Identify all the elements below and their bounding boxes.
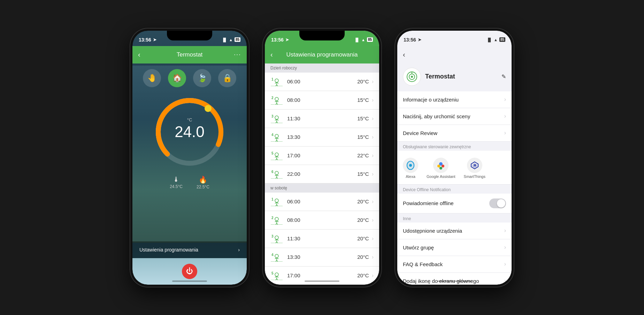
- svg-point-101: [437, 165, 440, 167]
- thermometer-icon: 🌡: [173, 175, 180, 183]
- mode-lock[interactable]: 🔒: [218, 69, 236, 87]
- mode-home[interactable]: 🏠: [168, 69, 186, 87]
- power-button[interactable]: ⏻: [182, 264, 197, 279]
- header-title-2: Ustawienia programowania: [286, 51, 358, 58]
- edit-icon[interactable]: ✎: [501, 73, 506, 80]
- svg-point-98: [409, 164, 412, 167]
- svg-text:4: 4: [271, 133, 274, 137]
- schedule-content: Dzień roboczy 1: [265, 63, 379, 285]
- chevron-faq: ›: [504, 261, 506, 267]
- schedule-time-sat-4: 13:30: [287, 254, 357, 260]
- back-button-3[interactable]: ‹: [403, 51, 405, 59]
- schedule-row-wd-3[interactable]: 3 11:30 15°C ›: [265, 110, 379, 128]
- svg-line-82: [277, 260, 278, 262]
- svg-point-37: [275, 153, 278, 156]
- schedule-row-wd-4[interactable]: 4 13:30 15°C ›: [265, 128, 379, 147]
- mode-icons-row: 🤚 🏠 🍃 🔒: [132, 69, 247, 87]
- signal-icon: ▐▌: [222, 38, 227, 42]
- thermostat-dial[interactable]: °C 24.0: [151, 93, 228, 170]
- schedule-row-wd-6[interactable]: 6 22:00 15°C ›: [265, 165, 379, 183]
- chevron-shared: ›: [504, 227, 506, 234]
- schedule-row-sat-4[interactable]: 4 13:30 20°C ›: [265, 248, 379, 267]
- home-indicator-2: [305, 280, 339, 282]
- schedule-row-wd-1[interactable]: 1 06:00 20°C ›: [265, 73, 379, 91]
- offline-notification-label: Device Offline Notification: [397, 185, 512, 194]
- chevron-sat-4: ›: [372, 254, 374, 260]
- chevron-wd-4: ›: [372, 134, 374, 140]
- mode-eco[interactable]: 🍃: [193, 69, 211, 87]
- schedule-row-sat-3[interactable]: 3 11:30 20°C ›: [265, 230, 379, 248]
- schedule-sat-icon-2: 2: [270, 215, 283, 225]
- temp-indicators: 🌡 24.5°C 🔥 22.5°C: [170, 175, 209, 189]
- schedule-bar[interactable]: Ustawienia programowania ›: [132, 241, 247, 258]
- wifi-icon: ▲: [229, 38, 233, 42]
- svg-point-3: [205, 105, 212, 112]
- schedule-temp-wd-1: 20°C: [357, 78, 369, 84]
- location-icon-2: ➤: [285, 37, 289, 42]
- chevron-review: ›: [504, 130, 506, 136]
- settings-row-scenes[interactable]: Naciśnij, aby urchomić sceny ›: [397, 108, 512, 125]
- device-header: Termostat ✎: [397, 63, 512, 91]
- chevron-wd-6: ›: [372, 171, 374, 177]
- settings-row-faq[interactable]: FAQ & Feedback ›: [397, 256, 512, 273]
- schedule-temp-sat-5: 20°C: [357, 272, 369, 278]
- chevron-add-icon: ›: [504, 278, 506, 284]
- ext-control-label: Obsługiwane sterowanie zewnętrzne: [397, 142, 512, 151]
- location-icon: ➤: [153, 37, 156, 42]
- status-icons-3: ▐▌ ▲ 85: [486, 37, 505, 42]
- schedule-row-sat-5[interactable]: 5 17:00 20°C ›: [265, 267, 379, 285]
- signal-icon-3: ▐▌: [486, 38, 492, 42]
- offline-notification-toggle[interactable]: [489, 198, 506, 208]
- schedule-icon-6: 6: [270, 169, 283, 179]
- menu-button-1[interactable]: ···: [234, 51, 241, 58]
- wifi-icon-3: ▲: [494, 38, 498, 42]
- svg-text:6: 6: [271, 170, 274, 174]
- schedule-row-wd-2[interactable]: 2 08:00 15°C ›: [265, 91, 379, 110]
- back-button-2[interactable]: ‹: [270, 51, 273, 59]
- chevron-sat-5: ›: [372, 272, 374, 279]
- schedule-bar-label: Ustawienia programowania: [139, 247, 198, 253]
- saturday-section-header: w sobotę: [265, 183, 379, 193]
- google-assistant-item[interactable]: Google Assistant: [427, 158, 455, 179]
- phone-2-schedule: 13:56 ➤ ▐▌ ▲ 85 ‹ Ustawienia programowan…: [263, 29, 381, 287]
- status-icons-1: ▐▌ ▲ 85: [222, 37, 240, 42]
- svg-line-58: [277, 205, 278, 206]
- schedule-icon-4: 4: [270, 132, 283, 142]
- svg-line-42: [277, 159, 278, 160]
- settings-row-device-info[interactable]: Informacje o urządzeniu ›: [397, 91, 512, 108]
- schedule-sat-icon-1: 1: [270, 197, 283, 207]
- chevron-wd-3: ›: [372, 115, 374, 122]
- battery-icon-2: 85: [367, 37, 373, 42]
- settings-row-review[interactable]: Device Review ›: [397, 125, 512, 142]
- settings-row-shared[interactable]: Udostępnione urządzenia ›: [397, 223, 512, 239]
- svg-line-66: [277, 223, 278, 225]
- svg-line-26: [277, 122, 278, 123]
- device-icon: [403, 68, 421, 86]
- schedule-time-wd-3: 11:30: [287, 115, 357, 121]
- temperature-display: °C 24.0: [175, 124, 205, 140]
- schedule-row-wd-5[interactable]: 5 17:00 22°C ›: [265, 147, 379, 165]
- home-indicator-3: [437, 280, 472, 282]
- google-assistant-label: Google Assistant: [427, 174, 455, 179]
- ext-icons-row: Alexa: [403, 155, 506, 180]
- schedule-row-sat-2[interactable]: 2 08:00 20°C ›: [265, 211, 379, 230]
- current-temp-value: 24.5°C: [170, 184, 183, 189]
- alexa-item[interactable]: Alexa: [403, 158, 418, 179]
- offline-notification-row[interactable]: Powiadomienie offline: [397, 194, 512, 213]
- settings-row-group[interactable]: Utwórz grupę ›: [397, 239, 512, 256]
- svg-point-85: [275, 273, 278, 276]
- back-button-1[interactable]: ‹: [138, 51, 140, 59]
- schedule-temp-sat-1: 20°C: [357, 198, 369, 204]
- mode-manual[interactable]: 🤚: [143, 69, 161, 87]
- other-section-label: Inne: [397, 213, 512, 223]
- schedule-row-sat-1[interactable]: 1 06:00 20°C ›: [265, 193, 379, 211]
- header-title-1: Termostat: [177, 51, 203, 58]
- smartthings-item[interactable]: ✳ SmartThings: [464, 158, 485, 179]
- chevron-scenes: ›: [504, 113, 506, 119]
- settings-content: Termostat ✎ Informacje o urządzeniu › Na…: [397, 63, 512, 285]
- schedule-time-wd-6: 22:00: [287, 171, 357, 177]
- chevron-sat-1: ›: [372, 198, 374, 205]
- schedule-temp-wd-4: 15°C: [357, 134, 369, 140]
- status-time-3: 13:56 ➤: [404, 37, 421, 43]
- settings-row-add-icon[interactable]: Dodaj ikonę do ekranu głównego ›: [397, 273, 512, 285]
